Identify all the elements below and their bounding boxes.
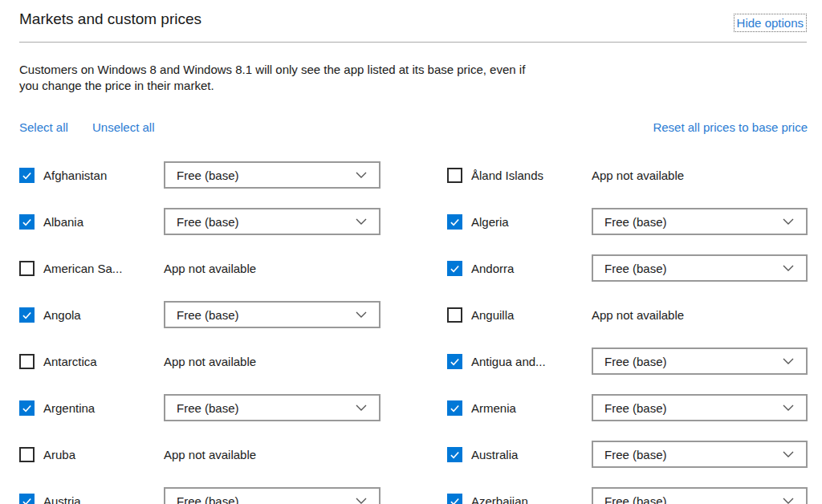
market-checkbox[interactable] — [447, 494, 462, 504]
app-not-available-text: App not available — [592, 307, 684, 323]
check-icon — [449, 402, 461, 414]
check-icon — [449, 495, 461, 504]
notice-text: Customers on Windows 8 and Windows 8.1 w… — [19, 62, 539, 94]
market-label: Anguilla — [471, 307, 514, 323]
chevron-down-icon — [356, 172, 367, 178]
market-row: AfghanistanFree (base) — [19, 161, 380, 207]
market-row: AustraliaFree (base) — [447, 440, 808, 486]
check-icon — [21, 216, 33, 228]
price-value: Free (base) — [604, 494, 667, 504]
chevron-down-icon — [783, 404, 794, 411]
market-row: AndorraFree (base) — [447, 254, 808, 300]
price-dropdown[interactable]: Free (base) — [592, 394, 808, 421]
check-icon — [449, 216, 461, 228]
check-icon — [21, 309, 33, 321]
price-value: Free (base) — [177, 401, 239, 415]
market-checkbox[interactable] — [19, 307, 35, 323]
chevron-down-icon — [783, 451, 794, 457]
market-label: Aruba — [43, 446, 75, 463]
chevron-down-icon — [356, 218, 367, 225]
price-value: Free (base) — [177, 215, 239, 229]
market-label: Antigua and... — [471, 353, 546, 370]
price-dropdown[interactable]: Free (base) — [164, 394, 380, 421]
market-checkbox[interactable] — [19, 168, 35, 183]
app-not-available-text: App not available — [164, 446, 256, 463]
market-row: Åland IslandsApp not available — [447, 161, 808, 207]
market-row: AlbaniaFree (base) — [19, 207, 380, 254]
price-dropdown[interactable]: Free (base) — [164, 301, 380, 328]
market-row: AngolaFree (base) — [19, 300, 380, 347]
chevron-down-icon — [356, 404, 367, 411]
market-row: ArubaApp not available — [19, 440, 380, 486]
market-checkbox[interactable] — [447, 354, 462, 369]
price-dropdown[interactable]: Free (base) — [592, 487, 808, 504]
markets-and-prices-panel: Markets and custom prices Hide options C… — [0, 0, 822, 504]
hide-options-link[interactable]: Hide options — [734, 14, 807, 32]
market-row: AntarcticaApp not available — [19, 347, 380, 393]
check-icon — [21, 169, 33, 181]
price-dropdown[interactable]: Free (base) — [164, 161, 380, 189]
check-icon — [21, 495, 33, 504]
market-label: Australia — [471, 446, 518, 463]
market-label: Azerbaijan — [471, 493, 528, 504]
market-row: AzerbaijanFree (base) — [447, 486, 808, 504]
markets-column-left: AfghanistanFree (base)AlbaniaFree (base)… — [19, 161, 380, 504]
select-all-link[interactable]: Select all — [19, 120, 68, 134]
check-icon — [21, 402, 33, 414]
price-value: Free (base) — [604, 448, 667, 461]
price-value: Free (base) — [177, 169, 239, 182]
price-dropdown[interactable]: Free (base) — [592, 254, 808, 282]
chevron-down-icon — [783, 498, 794, 504]
market-row: AnguillaApp not available — [447, 300, 808, 347]
chevron-down-icon — [783, 265, 794, 271]
page-title: Markets and custom prices — [19, 10, 201, 28]
unselect-all-link[interactable]: Unselect all — [92, 120, 155, 134]
chevron-down-icon — [783, 218, 794, 225]
reset-prices-link[interactable]: Reset all prices to base price — [653, 120, 808, 134]
market-label: Argentina — [43, 400, 95, 417]
chevron-down-icon — [783, 358, 794, 364]
market-row: AlgeriaFree (base) — [447, 207, 808, 254]
market-checkbox[interactable] — [19, 494, 35, 504]
market-checkbox[interactable] — [447, 447, 462, 462]
price-value: Free (base) — [177, 308, 239, 322]
chevron-down-icon — [356, 311, 367, 318]
app-not-available-text: App not available — [164, 353, 256, 370]
check-icon — [449, 262, 461, 274]
market-checkbox[interactable] — [19, 214, 35, 230]
divider — [19, 42, 807, 43]
price-value: Free (base) — [177, 494, 239, 504]
market-checkbox[interactable] — [19, 261, 35, 276]
chevron-down-icon — [356, 498, 367, 504]
market-checkbox[interactable] — [447, 168, 462, 183]
price-dropdown[interactable]: Free (base) — [592, 348, 808, 375]
market-row: American Sa...App not available — [19, 254, 380, 300]
market-checkbox[interactable] — [19, 354, 35, 369]
bulk-actions-row: Select all Unselect all Reset all prices… — [19, 120, 808, 136]
price-dropdown[interactable]: Free (base) — [164, 487, 380, 504]
market-label: Antarctica — [43, 353, 97, 370]
market-label: Angola — [43, 307, 81, 323]
market-checkbox[interactable] — [447, 261, 462, 276]
market-label: Andorra — [471, 260, 514, 277]
market-checkbox[interactable] — [19, 400, 35, 416]
price-dropdown[interactable]: Free (base) — [592, 208, 808, 235]
market-label: Austria — [43, 493, 81, 504]
market-checkbox[interactable] — [447, 307, 462, 323]
price-dropdown[interactable]: Free (base) — [164, 208, 380, 235]
market-label: Armenia — [471, 400, 516, 417]
market-label: Albania — [43, 213, 83, 230]
market-row: ArgentinaFree (base) — [19, 393, 380, 440]
price-value: Free (base) — [604, 401, 667, 415]
market-checkbox[interactable] — [447, 400, 462, 416]
market-row: ArmeniaFree (base) — [447, 393, 808, 440]
markets-column-right: Åland IslandsApp not availableAlgeriaFre… — [447, 161, 808, 504]
market-label: American Sa... — [43, 260, 122, 277]
market-label: Algeria — [471, 213, 509, 230]
price-value: Free (base) — [604, 355, 667, 368]
check-icon — [449, 449, 461, 461]
price-dropdown[interactable]: Free (base) — [592, 441, 808, 468]
market-checkbox[interactable] — [19, 447, 35, 462]
market-checkbox[interactable] — [447, 214, 462, 230]
app-not-available-text: App not available — [164, 260, 256, 277]
